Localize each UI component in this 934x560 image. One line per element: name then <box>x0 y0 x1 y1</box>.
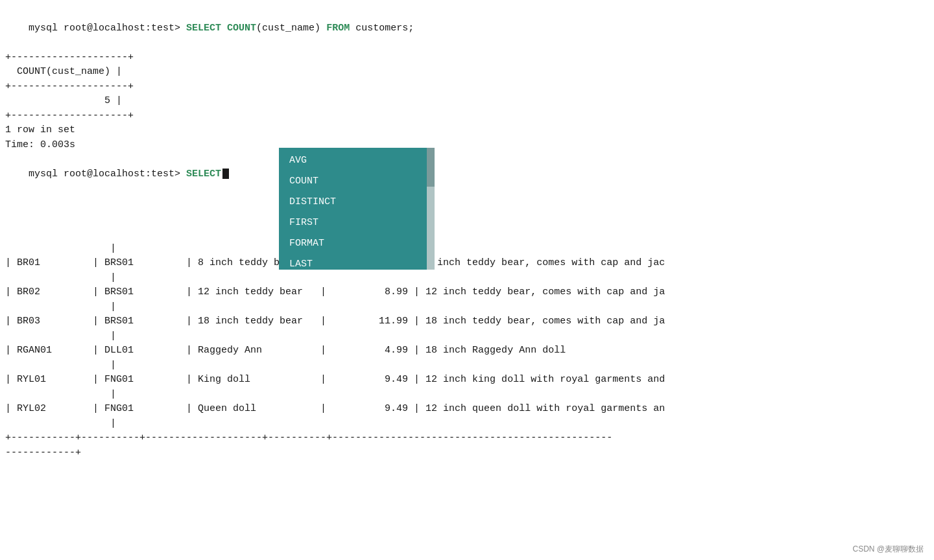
from-keyword: FROM <box>326 23 350 34</box>
row-separator-header: | <box>0 242 934 257</box>
autocomplete-item-format[interactable]: FORMAT <box>279 233 427 254</box>
terminal-window: mysql root@localhost:test> SELECT COUNT(… <box>0 0 934 560</box>
select-keyword2: SELECT <box>186 169 221 180</box>
autocomplete-scrollbar[interactable] <box>427 148 435 270</box>
query1-text <box>221 23 227 34</box>
result-info1: 1 row in set <box>0 123 934 138</box>
autocomplete-item-first[interactable]: FIRST <box>279 213 427 233</box>
bottom-separator2: ------------+ <box>0 446 934 461</box>
select-keyword1: SELECT <box>186 23 221 34</box>
query1-rest: (cust_name) <box>256 23 326 34</box>
table-row-ryl01: | RYL01 | FNG01 | King doll | 9.49 | 12 … <box>0 373 934 388</box>
row-sub-rgan01: | <box>0 358 934 373</box>
count-keyword: COUNT <box>227 23 256 34</box>
autocomplete-item-distinct[interactable]: DISTINCT <box>279 192 427 213</box>
separator-top: +--------------------+ <box>0 51 934 65</box>
table-row-br03: | BR03 | BRS01 | 18 inch teddy bear | 11… <box>0 314 934 329</box>
table-row-ryl02: | RYL02 | FNG01 | Queen doll | 9.49 | 12… <box>0 402 934 417</box>
prompt2: mysql root@localhost:test> <box>29 169 186 180</box>
cursor <box>222 169 229 179</box>
row-sub-ryl02: | <box>0 417 934 432</box>
table-row-rgan01: | RGAN01 | DLL01 | Raggedy Ann | 4.99 | … <box>0 344 934 358</box>
separator-bot: +--------------------+ <box>0 109 934 124</box>
query1-line: mysql root@localhost:test> SELECT COUNT(… <box>0 6 934 51</box>
data-table: | | BR01 | BRS01 | 8 inch teddy bear | 5… <box>0 242 934 461</box>
bottom-separator1: +-----------+----------+----------------… <box>0 431 934 446</box>
watermark: CSDN @麦聊聊数据 <box>852 544 924 555</box>
autocomplete-list: AVG COUNT DISTINCT FIRST FORMAT LAST <box>279 148 427 270</box>
row-sub-ryl01: | <box>0 388 934 402</box>
table-row-br02: | BR02 | BRS01 | 12 inch teddy bear | 8.… <box>0 285 934 300</box>
row-sub-br03: | <box>0 329 934 344</box>
query1-table: customers; <box>350 23 414 34</box>
row-sub-br02: | <box>0 300 934 315</box>
autocomplete-item-last[interactable]: LAST <box>279 254 427 267</box>
scrollbar-thumb <box>427 148 435 187</box>
table-header: COUNT(cust_name) | <box>0 65 934 80</box>
result-info2: Time: 0.003s <box>0 138 934 153</box>
row-sub-br01: | <box>0 271 934 286</box>
separator-mid: +--------------------+ <box>0 80 934 95</box>
query2-line: mysql root@localhost:test> SELECT <box>0 152 934 196</box>
autocomplete-item-avg[interactable]: AVG <box>279 150 427 171</box>
autocomplete-dropdown[interactable]: AVG COUNT DISTINCT FIRST FORMAT LAST <box>279 148 435 270</box>
table-row-br01: | BR01 | BRS01 | 8 inch teddy bear | 5.9… <box>0 256 934 271</box>
table-value: 5 | <box>0 94 934 109</box>
autocomplete-item-count[interactable]: COUNT <box>279 171 427 192</box>
prompt1: mysql root@localhost:test> <box>29 23 186 34</box>
